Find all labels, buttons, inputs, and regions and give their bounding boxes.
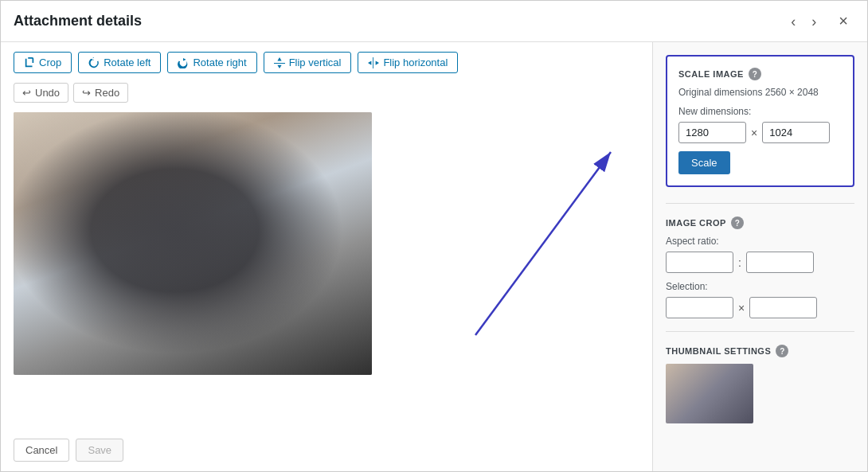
scale-image-help-icon[interactable]: ?: [749, 68, 761, 80]
aspect-ratio-row: :: [666, 252, 854, 273]
crop-button[interactable]: Crop: [14, 52, 72, 73]
dims-x-separator: ×: [751, 127, 757, 139]
toolbar: Crop Rotate left Rotate right Flip verti…: [14, 52, 639, 73]
scale-image-label: SCALE IMAGE: [678, 69, 744, 79]
scale-button[interactable]: Scale: [678, 151, 730, 174]
divider-2: [666, 331, 854, 332]
aspect-width-input[interactable]: [666, 252, 733, 273]
close-button[interactable]: ×: [832, 9, 854, 33]
flip-horizontal-button[interactable]: Flip horizontal: [358, 52, 458, 73]
footer-actions: Cancel Save: [14, 439, 639, 462]
new-dimensions-label: New dimensions:: [678, 106, 842, 117]
svg-line-1: [475, 152, 611, 335]
image-crop-label: IMAGE CROP: [666, 218, 726, 228]
undo-redo-row: ↩ Undo ↪ Redo: [14, 83, 639, 103]
selection-height-input[interactable]: [749, 297, 817, 318]
rotate-right-label: Rotate right: [193, 57, 246, 68]
crop-label: Crop: [39, 57, 61, 68]
redo-label: Redo: [95, 87, 119, 99]
image-area: [14, 112, 639, 426]
flip-horizontal-label: Flip horizontal: [383, 57, 448, 68]
flip-vertical-button[interactable]: Flip vertical: [264, 52, 352, 73]
rotate-left-label: Rotate left: [104, 57, 151, 68]
aspect-height-input[interactable]: [746, 252, 814, 273]
next-button[interactable]: ›: [805, 11, 823, 32]
selection-x-separator: ×: [738, 302, 745, 314]
image-crop-help-icon[interactable]: ?: [731, 216, 744, 229]
new-dimensions-row: ×: [678, 122, 842, 143]
image-crop-header: IMAGE CROP ?: [666, 216, 854, 229]
selection-row: ×: [666, 297, 854, 318]
thumbnail-preview: [666, 364, 753, 423]
attachment-details-dialog: Attachment details ‹ › × Crop Rotate lef…: [0, 0, 868, 472]
dialog-header: Attachment details ‹ › ×: [1, 1, 867, 42]
selection-width-input[interactable]: [666, 297, 733, 318]
dialog-title: Attachment details: [14, 13, 142, 29]
scale-image-section: SCALE IMAGE ? Original dimensions 2560 ×…: [666, 55, 854, 187]
selection-label: Selection:: [666, 281, 854, 292]
aspect-ratio-label: Aspect ratio:: [666, 236, 854, 247]
header-nav: ‹ › ×: [784, 9, 854, 33]
thumbnail-settings-header: THUMBNAIL SETTINGS ?: [666, 345, 854, 357]
thumbnail-settings-help-icon[interactable]: ?: [776, 345, 788, 357]
rotate-left-button[interactable]: Rotate left: [78, 52, 161, 73]
dialog-body: Crop Rotate left Rotate right Flip verti…: [1, 42, 867, 471]
aspect-colon-separator: :: [738, 256, 741, 269]
redo-icon: ↪: [82, 87, 91, 99]
flip-vertical-label: Flip vertical: [289, 57, 342, 68]
arrow-overlay: [372, 112, 647, 375]
height-input[interactable]: [762, 122, 830, 143]
save-button[interactable]: Save: [76, 439, 123, 462]
main-area: Crop Rotate left Rotate right Flip verti…: [1, 42, 652, 471]
cancel-button[interactable]: Cancel: [14, 439, 69, 462]
thumbnail-settings-label: THUMBNAIL SETTINGS: [666, 346, 771, 356]
rotate-right-button[interactable]: Rotate right: [167, 52, 256, 73]
prev-button[interactable]: ‹: [784, 11, 802, 32]
thumbnail-settings-section: THUMBNAIL SETTINGS ?: [666, 345, 854, 423]
undo-icon: ↩: [22, 87, 31, 99]
redo-button[interactable]: ↪ Redo: [73, 83, 128, 103]
undo-button[interactable]: ↩ Undo: [14, 83, 68, 103]
undo-label: Undo: [35, 87, 60, 99]
width-input[interactable]: [678, 122, 746, 143]
divider-1: [666, 203, 854, 204]
original-dimensions: Original dimensions 2560 × 2048: [678, 87, 842, 98]
image-preview: [14, 112, 372, 375]
scale-image-header: SCALE IMAGE ?: [678, 68, 842, 80]
sidebar: SCALE IMAGE ? Original dimensions 2560 ×…: [652, 42, 867, 471]
image-crop-section: IMAGE CROP ? Aspect ratio: : Selection: …: [666, 216, 854, 318]
